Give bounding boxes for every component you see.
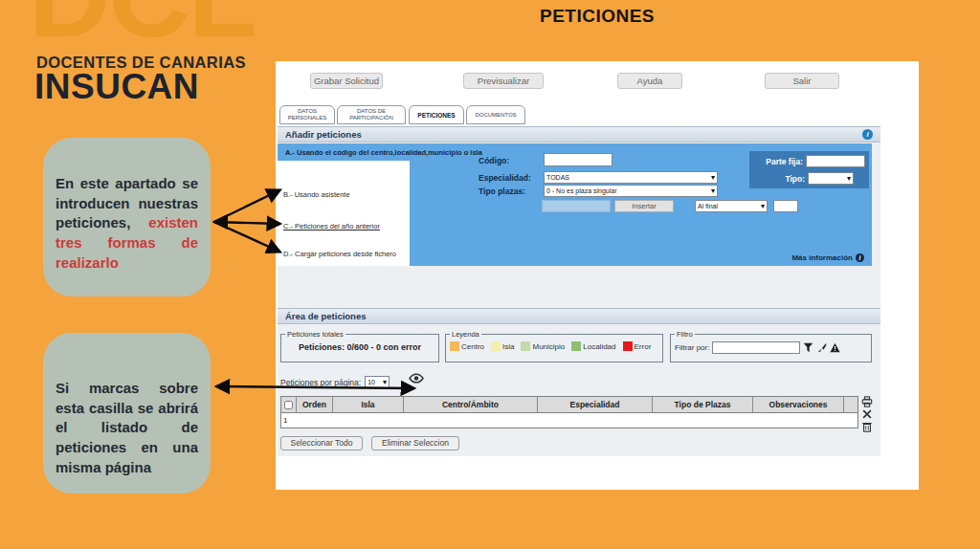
ayuda-button[interactable]: Ayuda [617,73,682,89]
table-side-actions [861,396,873,432]
filtro-fieldset: Filtro Filtrar por: [670,330,872,362]
localidad-color-chip [571,341,581,351]
chevron-down-icon: ▾ [711,174,715,182]
parte-fija-input[interactable] [806,155,865,167]
add-section-header: Añadir peticiones i [278,126,880,143]
col-observaciones: Observaciones [753,397,844,412]
table-row[interactable]: 1 [280,413,858,428]
tab-peticiones[interactable]: PETICIONES [409,105,464,124]
tab-datos-personales[interactable]: DATOS PERSONALES [279,105,335,124]
option-c-anio-anterior[interactable]: C.- Peticiones del año anterior [283,222,380,231]
tab-datos-participacion[interactable]: DATOS DE PARTICIPACIÓN [337,105,406,124]
isla-color-chip [491,341,501,351]
logo-monogram: DCL [29,0,256,54]
arrow-to-option-b [214,190,279,222]
especialidad-value: TODAS [546,174,569,181]
totales-legend: Peticiones totales [285,330,345,339]
disabled-input [542,200,611,212]
per-page-select[interactable]: 10 ▾ [365,376,390,388]
per-page-control: Peticiones por página: 10 ▾ [280,376,390,388]
col-actions [844,397,858,412]
option-d-fichero[interactable]: D.- Cargar peticiones desde fichero [283,250,396,258]
isla-label: Isla [502,342,514,351]
area-section-title: Área de peticiones [285,311,366,321]
option-a-codigo[interactable]: A.- Usando el código del centro,localida… [285,148,482,157]
leyenda-legend: Leyenda [450,330,481,339]
app-window: Grabar Solicitud Previsualizar Ayuda Sal… [276,61,919,490]
peticiones-totales-fieldset: Peticiones totales Peticiones: 0/600 - 0… [280,330,439,362]
parte-fija-label: Parte fija: [766,157,803,166]
error-color-chip [623,341,633,351]
tipo-plazas-label: Tipo plazas: [479,187,525,196]
table-header-row: Orden Isla Centro/Ámbito Especialidad Ti… [280,396,858,413]
chevron-down-icon: ▾ [711,187,715,195]
centro-color-chip [450,341,459,351]
page-title: PETICIONES [276,6,919,27]
position-input[interactable] [773,200,798,212]
note-eye-checkbox: Si marcas sobre esta casilla se abrirá e… [43,333,211,494]
codigo-input[interactable] [544,153,612,166]
arrow-to-option-c [214,222,279,224]
parte-fija-box: Parte fija: Tipo: ▾ [749,151,869,188]
seleccionar-todo-button[interactable]: Seleccionar Todo [280,436,363,450]
info-icon: i [856,253,864,262]
logo-name: INSUCAN [34,67,199,107]
tipo-select[interactable]: ▾ [808,172,854,185]
printer-icon[interactable] [861,396,873,407]
tipo-label: Tipo: [785,174,805,184]
codigo-label: Código: [479,156,509,165]
close-icon[interactable] [861,408,873,420]
col-especialidad: Especialidad [538,397,653,412]
al-final-select[interactable]: Al final ▾ [695,200,768,212]
tab-documentos[interactable]: DOCUMENTOS [466,105,525,124]
grabar-solicitud-button[interactable]: Grabar Solicitud [310,73,383,89]
filtro-legend: Filtro [675,330,695,339]
tipo-plazas-value: 0 - No es plaza singular [546,187,617,194]
eliminar-seleccion-button[interactable]: Eliminar Seleccion [371,436,459,450]
per-page-label: Peticiones por página: [280,378,361,387]
warning-icon[interactable] [830,342,840,353]
col-centro-ambito: Centro/Ámbito [404,397,538,412]
per-page-value: 10 [368,379,375,385]
insertar-button[interactable]: Insertar [614,200,674,212]
localidad-label: Localidad [583,342,615,351]
eye-icon[interactable] [409,372,424,384]
filtrar-por-label: Filtrar por: [675,343,709,352]
mas-informacion-link[interactable]: Más información i [791,253,864,262]
info-icon[interactable]: i [862,129,873,140]
slide: DCL DOCENTES DE CANARIAS INSUCAN PETICIO… [0,0,980,549]
chevron-down-icon: ▾ [761,203,765,210]
chevron-down-icon: ▾ [847,175,851,183]
chevron-down-icon: ▾ [383,379,387,386]
al-final-value: Al final [698,203,718,209]
note2-text: Si marcas sobre esta casilla se abrirá e… [56,380,198,475]
arrow-to-option-d [214,222,279,252]
especialidad-select[interactable]: TODAS ▾ [544,171,718,184]
select-all-checkbox-cell [281,397,297,412]
add-section-title: Añadir peticiones [285,129,362,140]
municipio-label: Municipio [532,342,565,351]
brush-icon[interactable] [816,342,827,353]
leyenda-fieldset: Leyenda Centro Isla Municipio Localidad … [445,330,663,362]
especialidad-label: Especialidad: [479,173,531,183]
filter-icon[interactable] [803,342,813,353]
salir-button[interactable]: Salir [765,73,839,89]
trash-icon[interactable] [861,421,873,432]
peticiones-table: Orden Isla Centro/Ámbito Especialidad Ti… [280,396,858,428]
totales-value: Peticiones: 0/600 - 0 con error [285,342,434,352]
note-add-peticiones: En este apartado se introducen nuestras … [43,138,211,296]
tipo-plazas-select[interactable]: 0 - No es plaza singular ▾ [544,185,718,197]
option-list: B.- Usando asistente C.- Peticiones del … [278,161,410,266]
previsualizar-button[interactable]: Previsualizar [463,73,544,89]
error-label: Error [635,342,652,351]
municipio-color-chip [521,341,530,351]
col-tipo-plazas: Tipo de Plazas [653,397,753,412]
centro-label: Centro [461,342,484,351]
select-all-checkbox[interactable] [284,401,293,409]
option-b-asistente[interactable]: B.- Usando asistente [283,190,350,199]
area-section-header: Área de peticiones [278,308,880,324]
filtrar-input[interactable] [712,341,800,354]
col-isla: Isla [333,397,404,412]
col-orden: Orden [297,397,333,412]
mas-informacion-label: Más información [791,253,853,262]
